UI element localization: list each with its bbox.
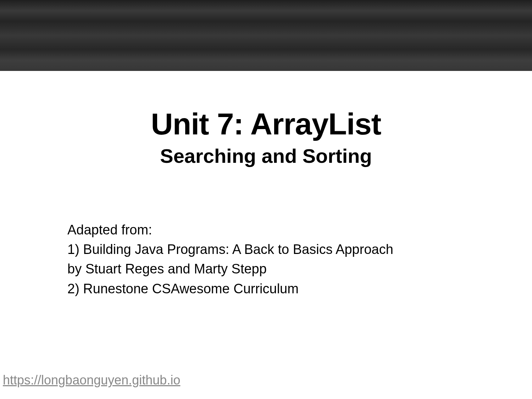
adapted-from-label: Adapted from: — [67, 221, 532, 239]
source-1-authors: by Stuart Reges and Marty Stepp — [67, 260, 532, 278]
source-1-title: 1) Building Java Programs: A Back to Bas… — [67, 240, 532, 259]
title-section: Unit 7: ArrayList Searching and Sorting — [0, 106, 532, 167]
source-2: 2) Runestone CSAwesome Curriculum — [67, 279, 532, 298]
body-text: Adapted from: 1) Building Java Programs:… — [67, 221, 532, 298]
slide-subtitle: Searching and Sorting — [0, 144, 532, 167]
slide-title: Unit 7: ArrayList — [0, 106, 532, 142]
decorative-header-band — [0, 0, 532, 71]
footer-url-link[interactable]: https://longbaonguyen.github.io — [3, 373, 180, 388]
